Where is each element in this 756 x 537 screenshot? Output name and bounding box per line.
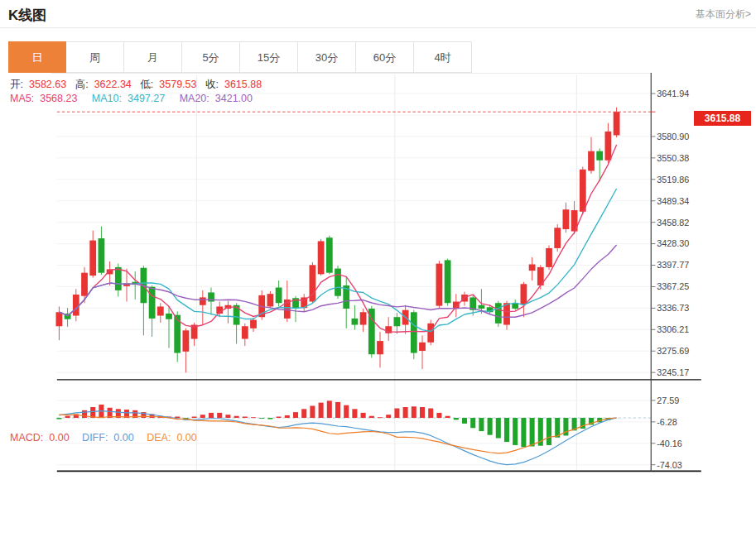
tab-4hour[interactable]: 4时 — [414, 41, 472, 73]
tab-60min[interactable]: 60分 — [356, 41, 414, 73]
svg-text:3428.30: 3428.30 — [657, 238, 689, 248]
tab-month[interactable]: 月 — [124, 41, 182, 73]
svg-text:3641.94: 3641.94 — [657, 89, 689, 98]
tab-15min[interactable]: 15分 — [240, 41, 298, 73]
svg-text:3580.90: 3580.90 — [657, 132, 689, 141]
page-title: K线图 — [8, 6, 46, 25]
svg-text:3336.73: 3336.73 — [657, 303, 689, 313]
kline-chart[interactable]: 3641.943580.903550.383519.863489.343458.… — [0, 73, 756, 537]
tab-5min[interactable]: 5分 — [182, 41, 240, 73]
svg-text:3275.69: 3275.69 — [657, 346, 689, 356]
interval-tab-bar: 日 周 月 5分 15分 30分 60分 4时 — [8, 41, 472, 73]
header-divider — [0, 27, 756, 28]
fundamental-analysis-link[interactable]: 基本面分析> — [696, 7, 751, 22]
svg-text:3519.86: 3519.86 — [657, 175, 689, 185]
svg-text:-6.28: -6.28 — [657, 417, 677, 427]
svg-text:-40.16: -40.16 — [657, 439, 682, 448]
svg-text:3306.21: 3306.21 — [657, 324, 689, 334]
tab-day[interactable]: 日 — [8, 41, 66, 73]
svg-text:3550.38: 3550.38 — [657, 153, 689, 163]
svg-text:3489.34: 3489.34 — [657, 196, 689, 206]
svg-text:27.59: 27.59 — [657, 396, 679, 405]
svg-text:3458.82: 3458.82 — [657, 218, 689, 228]
svg-text:3367.25: 3367.25 — [657, 281, 689, 291]
tab-30min[interactable]: 30分 — [298, 41, 356, 73]
kline-chart-svg[interactable]: 3641.943580.903550.383519.863489.343458.… — [0, 73, 756, 537]
tab-week[interactable]: 周 — [66, 41, 124, 73]
svg-text:3245.17: 3245.17 — [657, 367, 689, 377]
kline-page: K线图 基本面分析> 日 周 月 5分 15分 30分 60分 4时 3641.… — [0, 0, 756, 537]
svg-text:3397.77: 3397.77 — [657, 260, 689, 270]
svg-text:-74.03: -74.03 — [657, 460, 682, 470]
